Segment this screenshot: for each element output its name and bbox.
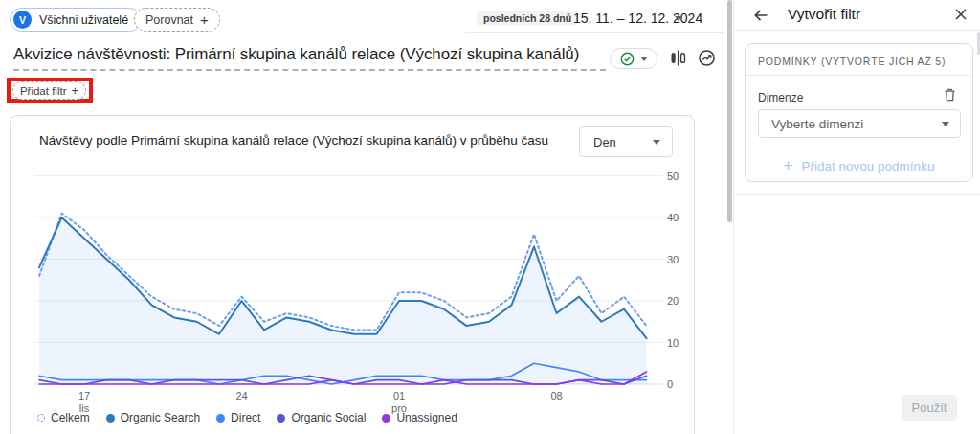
legend-item: Direct (216, 411, 260, 424)
add-condition-label: Přidat novou podmínku (802, 159, 935, 173)
check-circle-icon (620, 52, 635, 66)
y-tick-label: 20 (667, 295, 690, 307)
panel-title: Vytvořit filtr (788, 6, 860, 23)
traffic-chart-svg (11, 116, 696, 434)
close-button[interactable] (952, 6, 969, 23)
conditions-header: PODMÍNKY (VYTVOŘTE JICH AŽ 5) (758, 56, 946, 67)
y-tick-label: 0 (667, 378, 690, 390)
legend-label: Celkem (51, 411, 90, 424)
x-tick-label: 08 (550, 390, 562, 402)
chart-legend: CelkemOrganic SearchDirectOrganic Social… (37, 411, 457, 424)
audience-chip-label: Všichni uživatelé (39, 13, 128, 27)
legend-marker-icon (37, 414, 45, 422)
caret-down-icon (640, 57, 648, 61)
build-comparison-button[interactable] (670, 50, 686, 66)
comparison-icon (670, 50, 686, 66)
date-range-selector[interactable]: 15. 11. – 12. 12. 2024 (573, 11, 702, 26)
y-tick-label: 10 (667, 337, 690, 349)
avatar: V (13, 11, 32, 29)
insights-button[interactable] (698, 49, 716, 67)
caret-down-icon (675, 16, 682, 21)
conditions-card: PODMÍNKY (VYTVOŘTE JICH AŽ 5) Dimenze Vy… (745, 43, 973, 182)
plus-icon: + (784, 156, 793, 175)
close-icon (952, 6, 969, 23)
panel-divider (734, 194, 980, 195)
panel-header-divider (734, 30, 980, 31)
legend-marker-icon (382, 414, 390, 423)
conditions-divider (746, 75, 972, 76)
apply-button[interactable]: Použít (902, 395, 957, 421)
legend-marker-icon (106, 414, 115, 423)
header-divider (465, 32, 724, 33)
title-dashed-underline (13, 68, 606, 71)
page: { "header": { "audience_avatar": "V", "a… (0, 0, 980, 434)
date-range-preset-badge: posledních 28 dnů (477, 11, 578, 26)
legend-marker-icon (277, 414, 285, 423)
compare-label: Porovnat (145, 13, 193, 27)
insights-icon (698, 49, 716, 67)
audience-chip[interactable]: V Všichni uživatelé (10, 8, 142, 32)
legend-item: Organic Social (277, 411, 366, 424)
y-tick-label: 50 (667, 171, 690, 182)
legend-item: Organic Search (106, 411, 200, 424)
back-button[interactable] (751, 6, 770, 25)
legend-label: Organic Social (291, 411, 366, 424)
add-filter-button[interactable]: Přidat filtr + (12, 81, 86, 100)
legend-item: Unassigned (382, 411, 457, 424)
compare-button[interactable]: Porovnat + (134, 8, 220, 32)
dimension-select[interactable]: Vyberte dimenzi (758, 109, 961, 138)
create-filter-panel: Vytvořit filtr PODMÍNKY (VYTVOŘTE JICH A… (733, 0, 980, 434)
delete-condition-button[interactable] (944, 88, 956, 102)
caret-down-icon (942, 122, 949, 126)
plus-icon: + (71, 84, 78, 97)
x-tick-label: 24 (235, 390, 247, 402)
arrow-back-icon (751, 6, 770, 25)
add-condition-button[interactable]: + Přidat novou podmínku (746, 151, 972, 180)
y-tick-label: 30 (667, 254, 690, 265)
legend-marker-icon (216, 414, 225, 423)
dimension-label: Dimenze (758, 91, 803, 104)
chart-card: Návštěvy podle Primární skupina kanálů r… (10, 115, 695, 434)
legend-label: Direct (231, 411, 260, 424)
add-filter-label: Přidat filtr (20, 85, 67, 97)
legend-label: Organic Search (121, 411, 200, 424)
legend-label: Unassigned (396, 411, 457, 424)
plus-icon: + (200, 12, 209, 27)
dimension-placeholder: Vyberte dimenzi (771, 117, 863, 131)
legend-item: Celkem (37, 411, 90, 424)
vertical-scrollbar-thumb[interactable] (727, 0, 732, 222)
page-title: Akvizice návštěvnosti: Primární skupina … (13, 45, 579, 64)
data-quality-button[interactable] (610, 48, 657, 69)
trash-icon (944, 88, 956, 102)
y-tick-label: 40 (667, 212, 690, 223)
